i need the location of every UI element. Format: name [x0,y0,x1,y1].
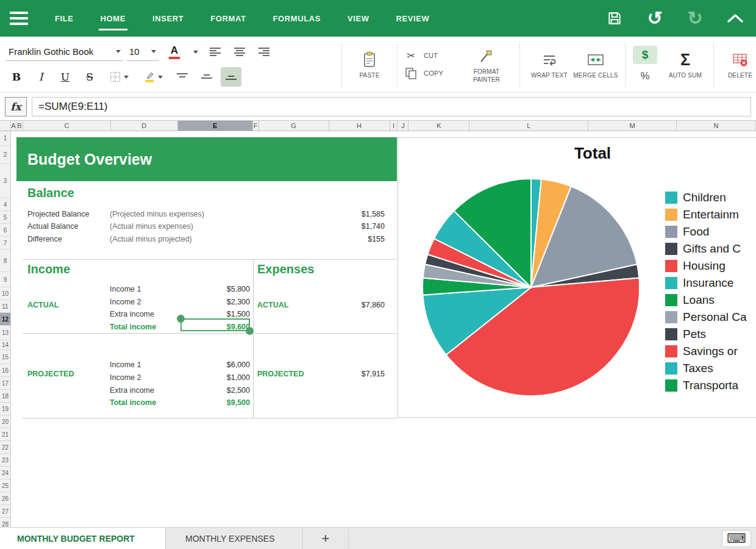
strikethrough-button[interactable]: S [79,67,100,87]
column-header-D[interactable]: D [111,121,178,131]
format-painter-button[interactable]: FORMAT PAINTER [460,46,513,84]
balance-heading[interactable]: Balance [27,186,74,200]
income-row[interactable]: Income 2 $1,000 [110,372,250,382]
bold-button[interactable]: B [6,67,27,87]
balance-row[interactable]: Difference (Actual minus projected) $155 [27,234,385,244]
cut-button[interactable]: ✂ CUT [404,49,460,62]
column-header-M[interactable]: M [588,121,677,131]
menu-tab-format[interactable]: FORMAT [210,0,246,37]
row-header-11[interactable]: 11 [0,300,10,313]
font-family-select[interactable]: Franklin Gothic Book [6,43,123,61]
hamburger-menu-icon[interactable] [10,12,28,25]
selection-handle-top-left[interactable] [177,315,185,323]
row-header-28[interactable]: 28 [0,518,10,527]
row-header-9[interactable]: 9 [0,272,10,287]
autosum-button[interactable]: Σ AUTO SUM [663,49,707,79]
income-row[interactable]: Total income $9,500 [110,397,250,407]
align-left-button[interactable] [205,42,226,62]
balance-row[interactable]: Actual Balance (Actual minus expenses) $… [27,221,385,231]
align-center-button[interactable] [229,42,250,62]
column-header-I[interactable]: I [390,121,398,131]
expenses-heading[interactable]: Expenses [257,262,314,276]
tab-monthly-budget-report[interactable]: MONTHLY BUDGET REPORT [0,528,166,549]
menu-tab-insert[interactable]: INSERT [152,0,184,37]
copy-button[interactable]: COPY [404,67,460,80]
menu-tab-home[interactable]: HOME [101,0,126,37]
merge-cells-button[interactable]: MERGE CELLS [572,49,619,79]
row-header-19[interactable]: 19 [0,403,10,415]
paste-button[interactable]: PASTE [348,49,391,79]
income-actual-label[interactable]: ACTUAL [27,301,59,309]
add-sheet-button[interactable]: + [303,528,349,549]
income-row[interactable]: Income 2 $2,300 [110,296,250,307]
save-icon[interactable] [604,7,626,29]
income-row[interactable]: Income 1 $6,000 [110,359,250,370]
menu-tab-review[interactable]: REVIEW [396,0,430,37]
formula-input[interactable]: =SUM(E9:E11) [32,97,751,117]
column-header-L[interactable]: L [469,121,588,131]
row-header-20[interactable]: 20 [0,415,10,428]
highlight-color-button[interactable] [138,67,168,87]
row-header-10[interactable]: 10 [0,287,10,300]
row-header-21[interactable]: 21 [0,428,10,441]
borders-button[interactable] [104,67,134,87]
column-header-K[interactable]: K [408,121,469,131]
row-header-26[interactable]: 26 [0,492,10,505]
row-header-25[interactable]: 25 [0,479,10,492]
row-header-22[interactable]: 22 [0,441,10,454]
row-header-16[interactable]: 16 [0,364,10,377]
valign-top-button[interactable] [172,67,193,87]
row-header-13[interactable]: 13 [0,326,10,340]
row-header-17[interactable]: 17 [0,377,10,390]
expenses-actual-label[interactable]: ACTUAL [257,301,288,309]
sheet-body[interactable]: 1234567891011121314151617181920212223242… [0,131,756,527]
row-header-3[interactable]: 3 [0,164,10,198]
column-header-N[interactable]: N [677,121,756,131]
menu-tab-file[interactable]: FILE [55,0,74,37]
row-header-12[interactable]: 12 [0,313,10,326]
row-header-8[interactable]: 8 [0,249,10,272]
column-header-C[interactable]: C [23,121,111,131]
selection-handle-bottom-right[interactable] [246,327,254,335]
valign-middle-button[interactable] [196,67,217,87]
balance-row[interactable]: Projected Balance (Projected minus expen… [27,209,385,219]
valign-bottom-button[interactable] [221,67,241,87]
income-heading[interactable]: Income [27,262,70,276]
row-header-14[interactable]: 14 [0,340,10,350]
expenses-actual-value[interactable]: $7,860 [362,301,385,309]
collapse-ribbon-icon[interactable] [724,7,746,29]
row-header-7[interactable]: 7 [0,237,10,249]
percent-format-button[interactable]: % [640,69,649,84]
tab-monthly-expenses[interactable]: MONTHLY EXPENSES [166,528,303,549]
delete-button[interactable]: DELETE [720,49,756,79]
cells-area[interactable]: Budget Overview Balance Projected Balanc… [11,131,756,527]
column-header-J[interactable]: J [398,121,408,131]
redo-icon[interactable]: ↻ [684,7,706,29]
font-color-dropdown[interactable] [190,42,201,62]
cell-selection[interactable] [180,318,250,331]
undo-icon[interactable]: ↺ [644,7,666,29]
pie-chart-object[interactable]: Total ChildrenEntertainmFoodGifts and CH… [398,137,756,418]
column-header-H[interactable]: H [329,121,390,131]
keyboard-toggle-button[interactable]: ⌨ [722,530,751,547]
select-all-corner[interactable] [0,121,11,131]
font-color-button[interactable]: A [162,42,187,62]
row-header-23[interactable]: 23 [0,454,10,467]
row-header-2[interactable]: 2 [0,146,10,164]
income-row[interactable]: Extra income $2,500 [110,385,250,395]
column-header-B[interactable]: B [16,121,23,131]
income-row[interactable]: Income 1 $5,800 [110,284,250,294]
align-right-button[interactable] [254,42,274,62]
column-header-F[interactable]: F [253,121,259,131]
fx-button[interactable]: fx [5,97,27,117]
budget-overview-card[interactable]: Budget Overview Balance Projected Balanc… [16,137,397,418]
wrap-text-button[interactable]: WRAP TEXT [526,49,572,79]
row-header-6[interactable]: 6 [0,224,10,237]
row-header-15[interactable]: 15 [0,350,10,364]
row-header-27[interactable]: 27 [0,505,10,518]
menu-tab-view[interactable]: VIEW [348,0,369,37]
currency-format-button[interactable]: $ [633,46,657,64]
row-header-5[interactable]: 5 [0,211,10,224]
expenses-projected-value[interactable]: $7,915 [362,370,385,378]
column-header-A[interactable]: A [11,121,16,131]
